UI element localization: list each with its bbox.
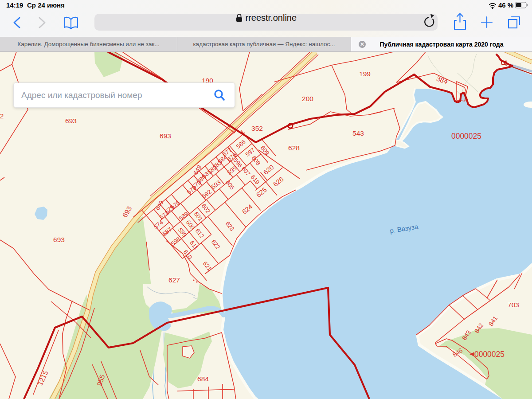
svg-text:352: 352 <box>251 125 263 132</box>
svg-text:693: 693 <box>65 117 77 125</box>
svg-text:200: 200 <box>302 95 313 102</box>
svg-text:0000025: 0000025 <box>451 132 481 141</box>
svg-text:693: 693 <box>160 132 171 140</box>
svg-text:2: 2 <box>0 112 4 120</box>
svg-text:46 %: 46 % <box>498 1 513 9</box>
svg-text:543: 543 <box>352 129 364 137</box>
svg-text:684: 684 <box>197 375 209 383</box>
svg-text:628: 628 <box>288 144 300 152</box>
svg-text:199: 199 <box>359 70 371 78</box>
svg-text:703: 703 <box>508 301 519 309</box>
svg-text:627: 627 <box>168 276 180 284</box>
svg-text:693: 693 <box>53 236 65 243</box>
svg-text:0000025: 0000025 <box>474 350 505 359</box>
